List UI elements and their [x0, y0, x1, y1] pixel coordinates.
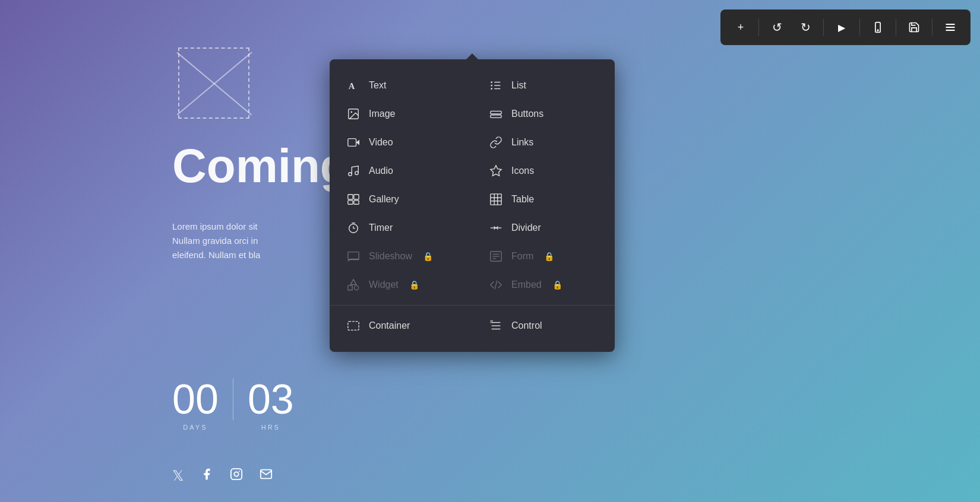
svg-point-1 — [877, 30, 878, 31]
svg-rect-27 — [354, 201, 359, 204]
placeholder-image — [178, 47, 249, 119]
svg-rect-40 — [348, 252, 359, 260]
menu-item-container[interactable]: Container — [330, 312, 472, 340]
links-icon — [489, 135, 503, 150]
menu-item-slideshow-label: Slideshow — [369, 251, 412, 262]
menu-item-divider-label: Divider — [511, 223, 541, 233]
toolbar-divider-5 — [932, 19, 932, 36]
lorem-body: Lorem ipsum dolor sit Nullam gravida orc… — [172, 220, 260, 262]
menu-grid: A Text List Image Buttons — [330, 71, 615, 340]
twitter-icon[interactable]: 𝕏 — [172, 468, 184, 484]
svg-point-6 — [234, 472, 238, 476]
menu-item-list-label: List — [511, 80, 526, 91]
undo-button[interactable]: ↺ — [764, 14, 790, 40]
coming-heading: Coming — [172, 142, 349, 190]
redo-button[interactable]: ↻ — [792, 14, 818, 40]
table-icon — [489, 192, 503, 206]
svg-text:#: # — [490, 319, 494, 325]
svg-rect-24 — [348, 195, 353, 199]
svg-line-45 — [495, 281, 497, 290]
email-icon[interactable] — [260, 468, 273, 484]
menu-item-icons-label: Icons — [511, 166, 534, 176]
menu-item-icons[interactable]: Icons — [472, 157, 615, 185]
menu-item-text[interactable]: A Text — [330, 71, 472, 100]
menu-item-video-label: Video — [369, 137, 393, 148]
menu-item-table-label: Table — [511, 194, 534, 205]
add-element-menu: A Text List Image Buttons — [330, 59, 615, 352]
menu-item-embed[interactable]: Embed 🔒 — [472, 271, 615, 299]
menu-item-timer[interactable]: Timer — [330, 214, 472, 242]
svg-point-21 — [349, 173, 352, 176]
control-icon: # — [489, 319, 503, 333]
menu-item-form-label: Form — [511, 251, 533, 262]
placeholder-x-icon — [179, 49, 248, 117]
preview-button[interactable]: ▶ — [829, 14, 855, 40]
menu-item-list[interactable]: List — [472, 71, 615, 100]
svg-rect-46 — [348, 322, 359, 331]
text-icon: A — [346, 78, 361, 93]
hamburger-button[interactable] — [937, 14, 963, 40]
menu-item-form[interactable]: Form 🔒 — [472, 242, 615, 271]
save-button[interactable] — [901, 14, 927, 40]
menu-item-timer-label: Timer — [369, 223, 393, 233]
container-icon — [346, 319, 361, 333]
svg-rect-17 — [491, 111, 501, 114]
menu-item-container-label: Container — [369, 320, 410, 331]
svg-point-12 — [491, 81, 492, 83]
menu-item-image-label: Image — [369, 109, 395, 119]
svg-point-13 — [491, 85, 492, 87]
menu-item-widget[interactable]: Widget 🔒 — [330, 271, 472, 299]
svg-rect-26 — [348, 201, 353, 204]
countdown-hrs: 03 HRS — [248, 379, 294, 431]
icons-icon — [489, 164, 503, 178]
instagram-icon[interactable] — [230, 468, 243, 484]
list-icon — [489, 78, 503, 93]
countdown-divider — [233, 379, 233, 420]
menu-item-control[interactable]: # Control — [472, 312, 615, 340]
embed-icon — [489, 278, 503, 292]
menu-item-control-label: Control — [511, 320, 542, 331]
audio-icon — [346, 164, 361, 178]
svg-point-7 — [239, 471, 240, 472]
toolbar-divider-2 — [823, 19, 824, 36]
toolbar-divider-1 — [758, 19, 759, 36]
menu-item-gallery[interactable]: Gallery — [330, 185, 472, 214]
svg-rect-25 — [354, 195, 359, 199]
menu-item-image[interactable]: Image — [330, 100, 472, 128]
divider-icon — [489, 221, 503, 235]
menu-item-audio[interactable]: Audio — [330, 157, 472, 185]
form-icon — [489, 249, 503, 263]
toolbar-divider-4 — [896, 19, 896, 36]
video-icon — [346, 135, 361, 150]
svg-point-14 — [491, 88, 492, 90]
top-toolbar: + ↺ ↻ ▶ — [720, 9, 970, 45]
menu-item-buttons-label: Buttons — [511, 109, 543, 119]
menu-item-text-label: Text — [369, 80, 386, 91]
menu-item-embed-label: Embed — [511, 279, 542, 290]
slideshow-lock-icon: 🔒 — [423, 252, 433, 261]
svg-marker-23 — [491, 166, 501, 176]
menu-item-table[interactable]: Table — [472, 185, 615, 214]
menu-item-slideshow[interactable]: Slideshow 🔒 — [330, 242, 472, 271]
widget-icon — [346, 278, 361, 292]
menu-item-buttons[interactable]: Buttons — [472, 100, 615, 128]
buttons-icon — [489, 107, 503, 121]
widget-lock-icon: 🔒 — [409, 280, 419, 290]
menu-item-audio-label: Audio — [369, 166, 393, 176]
menu-item-video[interactable]: Video — [330, 128, 472, 157]
svg-marker-20 — [356, 139, 360, 145]
toolbar-divider-3 — [859, 19, 860, 36]
timer-icon — [346, 221, 361, 235]
svg-point-16 — [350, 111, 352, 113]
menu-item-gallery-label: Gallery — [369, 194, 399, 205]
menu-item-divider[interactable]: Divider — [472, 214, 615, 242]
form-lock-icon: 🔒 — [544, 252, 554, 261]
slideshow-icon — [346, 249, 361, 263]
menu-item-links[interactable]: Links — [472, 128, 615, 157]
facebook-icon[interactable] — [200, 468, 213, 484]
add-button[interactable]: + — [728, 14, 754, 40]
menu-item-links-label: Links — [511, 137, 533, 148]
mobile-button[interactable] — [865, 14, 891, 40]
image-icon — [346, 107, 361, 121]
gallery-icon — [346, 192, 361, 206]
